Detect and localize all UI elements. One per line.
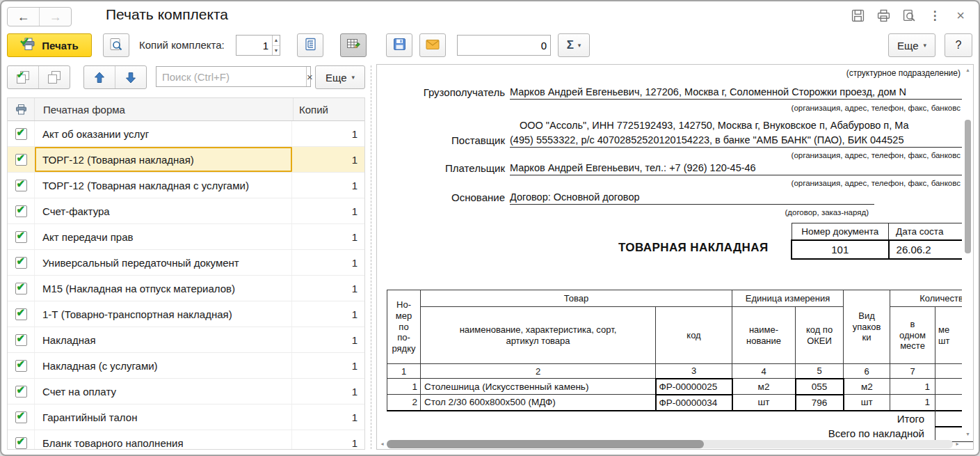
table-row[interactable]: ✔ 1-Т (Товарно-транспортная накладная) 1 [8,301,364,327]
print-icon[interactable] [876,8,890,22]
save-icon[interactable] [851,8,865,22]
table-row[interactable]: ✔ М15 (Накладная на отпуск материалов) 1 [8,276,364,301]
row-checkbox[interactable]: ✔ [15,257,27,269]
vertical-scroll-thumb[interactable] [965,120,971,253]
col-num: 3 [656,364,732,379]
print-set-window: ← → Печать комплекта ⋮ × Печать Копий ко… [0,0,980,456]
row-checkbox[interactable]: ✔ [15,180,27,191]
copies-value[interactable]: 1 [292,276,364,301]
form-name: Акт передачи прав [42,231,134,243]
horizontal-scroll-track[interactable] [387,440,953,448]
header-unit-group: Единица измерения [732,290,844,307]
copies-value[interactable]: 1 [292,147,364,172]
more-button-list[interactable]: Еще ▾ [315,65,365,89]
panel-splitter[interactable] [371,65,371,449]
row-checkbox[interactable]: ✔ [15,154,27,166]
send-email-button[interactable] [419,33,446,57]
more-button-toolbar[interactable]: Еще ▾ [888,33,935,57]
copies-value[interactable]: 1 [292,173,364,198]
check-icon: ✔ [17,255,26,267]
help-button[interactable]: ? [945,33,972,57]
org-caption: (организация, адрес, телефон, факс, банк… [792,179,961,187]
check-icon: ✔ [17,70,24,80]
stepper-down-icon[interactable]: ▼ [273,46,280,56]
copies-value[interactable]: 1 [292,198,364,223]
table-row[interactable]: ✔ Гарантийный талон 1 [8,404,364,430]
nav-button-group: ← → [7,7,72,26]
table-row[interactable]: ✔ Универсальный передаточный документ 1 [8,250,364,276]
clear-search-icon[interactable]: × [306,67,313,86]
row-checkbox[interactable]: ✔ [15,334,27,346]
preview-icon[interactable] [902,8,916,22]
close-icon[interactable]: × [954,8,967,22]
search-input[interactable] [156,67,306,86]
header-row-number: Но- мер по по- рядку [387,290,421,364]
uncheck-all-button[interactable] [38,66,70,88]
consignee-label: Грузополучатель [385,86,505,98]
row-checkbox[interactable]: ✔ [15,386,27,398]
document-structure-button[interactable] [297,33,323,57]
scroll-up-icon[interactable]: ▲ [963,65,972,74]
copies-value[interactable]: 1 [292,379,364,404]
table-row[interactable]: ✔ Счет-фактура 1 [8,198,364,224]
table-row[interactable]: ✔ Счет на оплату 1 [8,379,364,404]
horizontal-scroll-thumb[interactable] [387,440,704,448]
vertical-scrollbar[interactable]: ▲ ▼ [963,65,972,438]
row-checkbox[interactable]: ✔ [15,128,27,140]
copies-value[interactable]: 1 [292,430,364,450]
print-button[interactable]: Печать [7,33,92,57]
col-num: 6 [844,364,890,379]
check-icon: ✔ [17,358,26,370]
table-row[interactable]: ✔ Акт передачи прав 1 [8,224,364,250]
counter-field[interactable] [458,36,550,55]
sum-button[interactable]: Σ ▾ [558,33,590,57]
table-row[interactable]: ✔ Бланк товарного наполнения 1 [8,430,364,450]
row-checkbox[interactable]: ✔ [15,205,27,217]
row-checkbox[interactable]: ✔ [15,437,27,449]
header-unit-name: наиме- нование [732,307,796,364]
chevron-down-icon: ▾ [352,74,355,81]
column-header-form[interactable]: Печатная форма [35,98,294,120]
table-row[interactable]: ✔ Накладная (с услугами) 1 [8,353,364,379]
kebab-menu-icon[interactable]: ⋮ [928,8,942,22]
copies-value[interactable]: 1 [292,121,364,146]
copies-stepper[interactable]: ▲ ▼ [272,36,280,55]
header-goods-code: код [656,307,732,364]
horizontal-scrollbar[interactable]: ◂ ▸ [378,439,962,448]
goods-table: Но- мер по по- рядку Товар Единица измер… [387,290,974,411]
goods-name: Столешница (Искусственный камень) [421,379,656,395]
row-checkbox[interactable]: ✔ [15,231,27,243]
copies-value[interactable]: 1 [292,224,364,249]
table-row-selected[interactable]: ✔ ТОРГ-12 (Товарная накладная) 1 [8,147,364,173]
print-preview-button[interactable] [103,33,129,57]
scroll-left-icon[interactable]: ◂ [378,441,387,447]
copies-value[interactable]: 1 [292,327,364,352]
copies-value[interactable]: 1 [292,301,364,327]
row-checkbox[interactable]: ✔ [15,283,27,294]
stepper-up-icon[interactable]: ▲ [273,36,280,46]
scroll-right-icon[interactable]: ▸ [953,441,962,447]
row-checkbox[interactable]: ✔ [15,360,27,372]
forward-icon[interactable]: → [39,8,71,26]
copies-value[interactable]: 1 [292,250,364,275]
edit-table-button[interactable] [340,33,367,57]
row-checkbox[interactable]: ✔ [15,411,27,423]
move-up-button[interactable] [84,66,115,88]
form-name: Акт об оказании услуг [42,128,149,140]
table-row[interactable]: ✔ ТОРГ-12 (Товарная накладная с услугами… [8,173,364,198]
copies-input[interactable] [236,36,272,55]
move-down-button[interactable] [115,66,146,88]
scroll-down-icon[interactable]: ▼ [963,430,972,438]
copies-value[interactable]: 1 [292,353,364,378]
print-forms-table: Печатная форма Копий ✔ Акт об оказании у… [7,97,365,450]
table-row[interactable]: ✔ Накладная 1 [8,327,364,353]
copies-value[interactable]: 1 [292,404,364,430]
column-header-copies[interactable]: Копий [294,104,364,116]
check-all-button[interactable]: ✔ [8,66,38,88]
header-quantity-group: Количестве [890,290,974,307]
table-row[interactable]: ✔ Акт об оказании услуг 1 [8,121,364,147]
row-checkbox[interactable]: ✔ [15,308,27,320]
save-document-button[interactable] [386,33,412,57]
check-icon: ✔ [17,306,26,319]
back-icon[interactable]: ← [8,8,39,26]
